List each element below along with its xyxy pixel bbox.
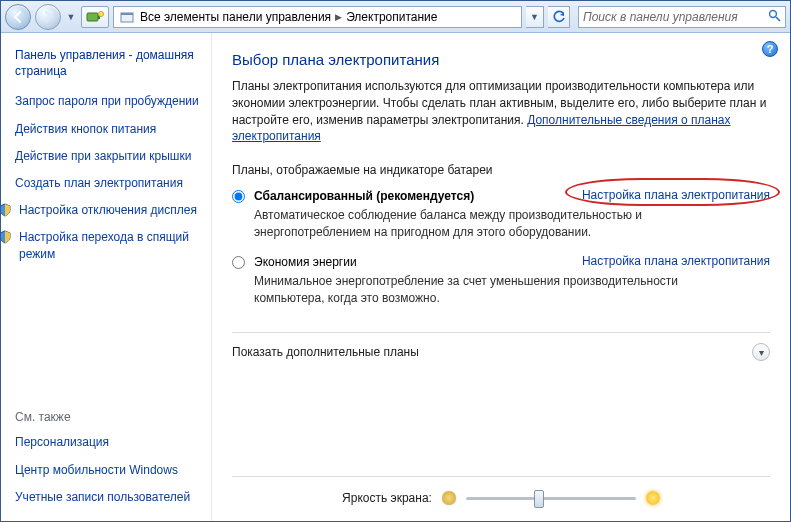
sidebar-link-create-plan[interactable]: Создать план электропитания (15, 175, 203, 191)
page-title: Выбор плана электропитания (232, 51, 770, 68)
sidebar-link-power-buttons[interactable]: Действия кнопок питания (15, 121, 203, 137)
search-input[interactable]: Поиск в панели управления (578, 6, 786, 28)
search-icon (768, 9, 781, 25)
brightness-label: Яркость экрана: (342, 491, 432, 505)
brightness-slider[interactable] (466, 489, 636, 507)
see-also-personalization[interactable]: Персонализация (15, 434, 203, 450)
client-area: Панель управления - домашняя страница За… (1, 33, 790, 521)
svg-rect-4 (121, 13, 133, 15)
plan-eco: Экономия энергии Настройка плана электро… (232, 251, 770, 317)
svg-point-2 (99, 11, 104, 16)
sidebar-link-password[interactable]: Запрос пароля при пробуждении (15, 93, 203, 109)
breadcrumb-dropdown[interactable]: ▼ (526, 6, 544, 28)
show-more-plans[interactable]: Показать дополнительные планы ▾ (232, 332, 770, 371)
power-category-icon (86, 10, 104, 24)
chevron-down-icon: ▾ (752, 343, 770, 361)
refresh-button[interactable] (548, 6, 570, 28)
search-placeholder: Поиск в панели управления (583, 10, 738, 24)
intro-paragraph: Планы электропитания используются для оп… (232, 78, 770, 145)
breadcrumb-bar[interactable]: Все элементы панели управления ▶ Электро… (113, 6, 522, 28)
sidebar-home-link[interactable]: Панель управления - домашняя страница (15, 47, 203, 79)
plan-balanced-title: Сбалансированный (рекомендуется) (254, 189, 474, 203)
see-also-header: См. также (15, 410, 203, 424)
titlebar: ▼ Все элементы панели управления ▶ Элект… (1, 1, 790, 33)
breadcrumb-root-icon (118, 9, 136, 25)
plan-eco-configure-link[interactable]: Настройка плана электропитания (582, 254, 770, 268)
sidebar: Панель управления - домашняя страница За… (1, 33, 211, 521)
svg-rect-0 (87, 13, 98, 21)
see-also-users[interactable]: Учетные записи пользователей (15, 489, 203, 505)
plan-balanced-configure-link[interactable]: Настройка плана электропитания (582, 188, 770, 202)
battery-plans-label: Планы, отображаемые на индикаторе батаре… (232, 163, 770, 177)
plan-eco-desc: Минимальное энергопотребление за счет ум… (254, 273, 724, 307)
sidebar-link-sleep[interactable]: Настройка перехода в спящий режим (19, 229, 203, 261)
svg-point-5 (770, 10, 777, 17)
sidebar-link-display-off[interactable]: Настройка отключения дисплея (19, 202, 197, 218)
shield-icon (0, 229, 13, 245)
plan-balanced: Сбалансированный (рекомендуется) Настрой… (232, 185, 770, 251)
see-also-mobility[interactable]: Центр мобильности Windows (15, 462, 203, 478)
nav-back-button[interactable] (5, 4, 31, 30)
sun-bright-icon (646, 491, 660, 505)
plan-eco-title: Экономия энергии (254, 255, 357, 269)
nav-forward-button[interactable] (35, 4, 61, 30)
breadcrumb-root[interactable]: Все элементы панели управления (140, 10, 331, 24)
nav-history-dropdown[interactable]: ▼ (65, 7, 77, 27)
show-more-plans-label: Показать дополнительные планы (232, 345, 419, 359)
plan-eco-radio[interactable] (232, 256, 245, 269)
brightness-footer: Яркость экрана: (232, 476, 770, 521)
svg-line-6 (776, 17, 780, 21)
main-panel: ? Выбор плана электропитания Планы элект… (211, 33, 790, 521)
sidebar-link-lid-action[interactable]: Действие при закрытии крышки (15, 148, 203, 164)
shield-icon (0, 202, 13, 218)
breadcrumb-separator-icon: ▶ (335, 12, 342, 22)
slider-track (466, 497, 636, 500)
category-icon-button[interactable] (81, 6, 109, 28)
plan-balanced-radio[interactable] (232, 190, 245, 203)
plan-balanced-desc: Автоматическое соблюдение баланса между … (254, 207, 724, 241)
slider-thumb[interactable] (534, 490, 544, 508)
sun-dim-icon (442, 491, 456, 505)
help-icon[interactable]: ? (762, 41, 778, 57)
breadcrumb-current[interactable]: Электропитание (346, 10, 437, 24)
